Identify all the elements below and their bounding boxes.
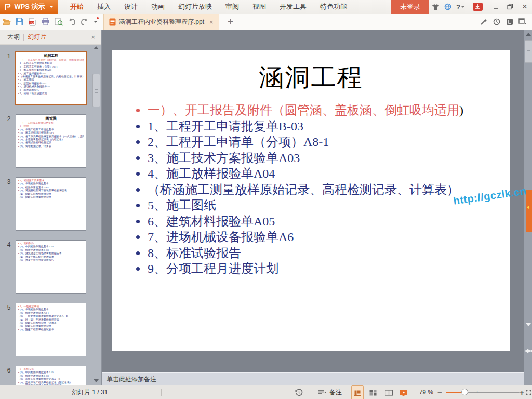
- bullet-line-8[interactable]: 6、建筑材料报验单A05: [136, 214, 506, 230]
- slide-thumbnail-1[interactable]: 1涵洞工程• 一）、开工报告及附件（圆管涵、盖板涵、倒虹吸均适用)• 1、工程开…: [2, 51, 91, 105]
- open-folder-icon[interactable]: [0, 14, 13, 30]
- slide-thumbnail-4[interactable]: 4• 3、资料制作• (1)、中间检验申请批复单A10• (2)、检验申请批复单…: [2, 240, 91, 294]
- print-icon[interactable]: [39, 14, 52, 30]
- save-icon[interactable]: [13, 14, 26, 30]
- close-panel-icon[interactable]: ×: [89, 33, 97, 41]
- chevron-down-icon: [461, 6, 464, 8]
- menu-tab-5[interactable]: 幻灯片放映: [171, 0, 219, 14]
- thumbnail-text-line: • 9、分项工程月进度计划: [18, 92, 84, 95]
- restore-button[interactable]: [503, 0, 517, 14]
- magic-wand-icon[interactable]: [477, 14, 490, 30]
- customize-toolbar-icon[interactable]: [91, 14, 100, 30]
- scrollbar-thumb[interactable]: [525, 40, 532, 63]
- panel-tab-1[interactable]: 大纲: [4, 33, 23, 42]
- document-tab[interactable]: 涵洞工程内业资料整理程序.ppt ×: [103, 14, 219, 30]
- slide-body-text[interactable]: 一）、开工报告及附件（圆管涵、盖板涵、倒虹吸均适用)1、工程开工申请批复单B-0…: [112, 102, 510, 277]
- bullet-text: 4、施工放样报验单A04: [148, 166, 275, 182]
- menu-tab-1[interactable]: 开始: [63, 0, 90, 14]
- menu-tab-7[interactable]: 视图: [246, 0, 273, 14]
- bullet-dot-icon: [136, 140, 140, 144]
- menu-tab-4[interactable]: 动画: [144, 0, 171, 14]
- close-document-icon[interactable]: ×: [209, 18, 214, 26]
- feedback-icon[interactable]: [442, 0, 454, 14]
- help-icon[interactable]: ?: [454, 0, 467, 14]
- zoom-slider-handle[interactable]: [461, 389, 468, 395]
- bullet-line-6[interactable]: （桥涵施工测量放样原始记录、高程检测记录、计算表）: [136, 182, 506, 198]
- zoom-in-button[interactable]: +: [520, 385, 524, 399]
- thumbnail-text-line: • (7)、管理检测记录、计算表: [18, 145, 84, 148]
- zoom-out-button[interactable]: −: [437, 385, 442, 399]
- slide-thumbnail-box[interactable]: • 3、资料制作• (1)、中间检验申请批复单A10• (2)、检验申请批复单B…: [16, 240, 86, 294]
- slide-number: 4: [2, 240, 16, 294]
- scroll-down-icon[interactable]: [525, 326, 531, 336]
- slide-thumbnail-box[interactable]: • 2、管涵施工质量要求• (1)、单项检验申请批复单• (2)、检验申请批复单…: [16, 177, 86, 231]
- fit-to-window-icon[interactable]: [526, 385, 531, 399]
- scrollbar-thumb[interactable]: [92, 74, 100, 107]
- bullet-text: 一）、开工报告及附件（圆管涵、盖板涵、倒虹吸均适用: [148, 102, 459, 118]
- bullet-line-9[interactable]: 7、进场机械设备报验单A6: [136, 229, 506, 245]
- undo-icon[interactable]: [65, 14, 78, 30]
- bullet-text: 7、进场机械设备报验单A6: [148, 229, 294, 245]
- previous-slide-button[interactable]: [525, 340, 531, 349]
- new-tab-button[interactable]: +: [224, 16, 237, 28]
- close-button[interactable]: ×: [517, 0, 532, 14]
- slide-sorter-view-button[interactable]: [367, 385, 379, 399]
- skin-icon[interactable]: [429, 0, 442, 14]
- minimize-button[interactable]: [488, 0, 503, 14]
- slide-thumbnail-3[interactable]: 3• 2、管涵施工质量要求• (1)、单项检验申请批复单• (2)、检验申请批复…: [2, 177, 91, 231]
- slide-title[interactable]: 涵洞工程: [112, 61, 510, 94]
- slide-thumbnail-6[interactable]: 6• 5、盖板安装• (1)、中间检验申请批复单A10• (2)、检验申请批复单…: [2, 366, 91, 385]
- print-preview-icon[interactable]: [52, 14, 65, 30]
- login-button[interactable]: 未登录: [391, 0, 429, 14]
- menu-tab-2[interactable]: 插入: [90, 0, 117, 14]
- menu-tab-8[interactable]: 开发工具: [273, 0, 313, 14]
- panel-scrollbar[interactable]: [92, 45, 100, 383]
- notes-area[interactable]: 单击此处添加备注: [102, 372, 524, 385]
- scroll-up-icon[interactable]: [526, 33, 531, 36]
- panel-tab-2[interactable]: 幻灯片: [24, 33, 49, 42]
- slide-thumbnail-box[interactable]: • 5、盖板安装• (1)、中间检验申请批复单A10• (2)、检验申请批复单B…: [16, 366, 86, 385]
- bullet-dot-icon: [136, 188, 140, 192]
- slide-thumbnail-2[interactable]: 2圆管涵• 一）、工程竣工验收归档资料• 1、说明• (1)、单项工程开工申请批…: [2, 114, 91, 168]
- notes-toggle-icon[interactable]: [318, 385, 326, 399]
- bullet-line-11[interactable]: 9、分项工程月进度计划: [136, 261, 506, 277]
- menu-tab-9[interactable]: 特色功能: [313, 0, 354, 14]
- scroll-down-icon[interactable]: [94, 379, 99, 382]
- board-icon[interactable]: [503, 14, 516, 30]
- export-pdf-icon[interactable]: PDF: [26, 14, 39, 30]
- reading-view-button[interactable]: [382, 385, 395, 399]
- document-tab-bar: PDF 涵洞工程内业资料整理程序.ppt × +: [0, 14, 532, 30]
- download-center-icon[interactable]: [471, 0, 484, 14]
- menu-tab-6[interactable]: 审阅: [219, 0, 246, 14]
- bullet-line-2[interactable]: 1、工程开工申请批复单B-03: [136, 118, 506, 135]
- next-slide-button[interactable]: [525, 353, 531, 363]
- bullet-line-3[interactable]: 2、工程开工申请单（分项）A8-1: [136, 134, 506, 150]
- bullet-line-4[interactable]: 3、施工技术方案报验单A03: [136, 150, 506, 166]
- bullet-line-10[interactable]: 8、标准试验报告: [136, 245, 506, 261]
- bullet-text: 2、工程开工申请单（分项）A8-1: [148, 134, 329, 150]
- thumbnail-text-line: • (7)、隐蔽工程质量检测试验单: [18, 328, 84, 331]
- slide-surface[interactable]: 涵洞工程 一）、开工报告及附件（圆管涵、盖板涵、倒虹吸均适用)1、工程开工申请批…: [112, 50, 510, 351]
- bullet-dot-icon: [136, 156, 140, 160]
- history-clock-icon[interactable]: [295, 385, 303, 399]
- scroll-up-icon[interactable]: [94, 46, 99, 49]
- notes-toggle-label[interactable]: 备注: [329, 385, 342, 399]
- bullet-dot-icon: [136, 235, 140, 239]
- bullet-line-1[interactable]: 一）、开工报告及附件（圆管涵、盖板涵、倒虹吸均适用): [136, 102, 506, 118]
- slide-thumbnail-box[interactable]: • 4、一般规定事项• (1)、单项检验申请批复单• (2)、检验申请批复单A8…: [16, 303, 86, 356]
- bullet-text: 3、施工技术方案报验单A03: [148, 150, 300, 166]
- slide-thumbnail-box[interactable]: 涵洞工程• 一）、开工报告及附件（圆管涵、盖板涵、倒虹吸均适用)• 1、工程开工…: [15, 51, 87, 105]
- wps-menu-button[interactable]: WPS 演示: [0, 0, 58, 14]
- slide-indicator: 幻灯片 1 / 31: [72, 385, 108, 399]
- history-icon[interactable]: [490, 14, 503, 30]
- redo-icon[interactable]: [78, 14, 91, 30]
- normal-view-button[interactable]: [351, 385, 364, 399]
- zoom-slider[interactable]: +: [446, 385, 520, 399]
- panels-icon[interactable]: [516, 14, 529, 30]
- menu-tab-3[interactable]: 设计: [117, 0, 144, 14]
- slide-thumbnail-box[interactable]: 圆管涵• 一）、工程竣工验收归档资料• 1、说明• (1)、单项工程开工申请批复…: [16, 114, 86, 168]
- bullet-line-7[interactable]: 5、施工图纸: [136, 197, 506, 214]
- slideshow-button[interactable]: [397, 385, 409, 399]
- slide-thumbnail-5[interactable]: 5• 4、一般规定事项• (1)、单项检验申请批复单• (2)、检验申请批复单A…: [2, 303, 91, 356]
- bullet-line-5[interactable]: 4、施工放样报验单A04: [136, 166, 506, 182]
